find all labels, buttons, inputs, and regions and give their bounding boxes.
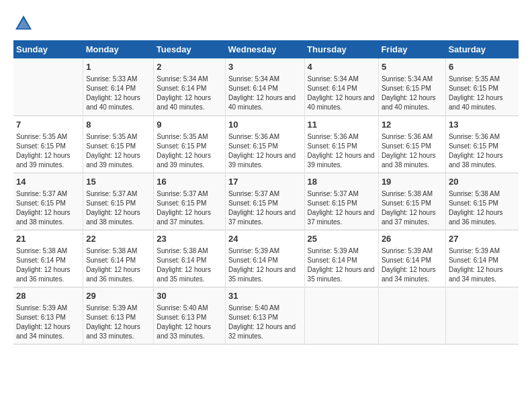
calendar-cell: 11Sunrise: 5:36 AMSunset: 6:15 PMDayligh… bbox=[304, 116, 378, 173]
day-info: Sunrise: 5:36 AMSunset: 6:15 PMDaylight:… bbox=[382, 132, 443, 170]
logo-icon bbox=[13, 13, 34, 34]
calendar-cell: 4Sunrise: 5:34 AMSunset: 6:14 PMDaylight… bbox=[304, 58, 378, 116]
day-number: 23 bbox=[157, 233, 222, 245]
day-number: 29 bbox=[86, 290, 150, 302]
day-number: 30 bbox=[157, 290, 222, 302]
day-info: Sunrise: 5:35 AMSunset: 6:15 PMDaylight:… bbox=[86, 132, 150, 170]
calendar-cell: 26Sunrise: 5:39 AMSunset: 6:14 PMDayligh… bbox=[378, 230, 445, 287]
calendar-cell: 30Sunrise: 5:40 AMSunset: 6:13 PMDayligh… bbox=[154, 287, 226, 345]
week-row-2: 7Sunrise: 5:35 AMSunset: 6:15 PMDaylight… bbox=[13, 116, 519, 173]
calendar-cell: 12Sunrise: 5:36 AMSunset: 6:15 PMDayligh… bbox=[378, 116, 445, 173]
day-info: Sunrise: 5:39 AMSunset: 6:13 PMDaylight:… bbox=[86, 304, 150, 341]
day-header-wednesday: Wednesday bbox=[225, 40, 304, 58]
calendar-cell: 10Sunrise: 5:36 AMSunset: 6:15 PMDayligh… bbox=[225, 116, 304, 173]
day-number: 27 bbox=[449, 233, 516, 245]
calendar-table: SundayMondayTuesdayWednesdayThursdayFrid… bbox=[13, 40, 519, 345]
week-row-4: 21Sunrise: 5:38 AMSunset: 6:14 PMDayligh… bbox=[13, 230, 519, 287]
day-info: Sunrise: 5:34 AMSunset: 6:15 PMDaylight:… bbox=[382, 75, 443, 112]
calendar-cell: 6Sunrise: 5:35 AMSunset: 6:15 PMDaylight… bbox=[445, 58, 519, 116]
day-info: Sunrise: 5:40 AMSunset: 6:13 PMDaylight:… bbox=[228, 304, 302, 341]
calendar-cell: 25Sunrise: 5:39 AMSunset: 6:14 PMDayligh… bbox=[304, 230, 378, 287]
calendar-cell: 21Sunrise: 5:38 AMSunset: 6:14 PMDayligh… bbox=[13, 230, 83, 287]
calendar-cell: 31Sunrise: 5:40 AMSunset: 6:13 PMDayligh… bbox=[225, 287, 304, 345]
day-number: 25 bbox=[308, 233, 375, 245]
week-row-5: 28Sunrise: 5:39 AMSunset: 6:13 PMDayligh… bbox=[13, 287, 519, 345]
day-number: 15 bbox=[86, 176, 150, 188]
day-number: 8 bbox=[86, 119, 150, 131]
day-info: Sunrise: 5:37 AMSunset: 6:15 PMDaylight:… bbox=[308, 189, 375, 227]
calendar-cell bbox=[13, 58, 83, 116]
day-number: 18 bbox=[308, 176, 375, 188]
day-info: Sunrise: 5:35 AMSunset: 6:15 PMDaylight:… bbox=[449, 75, 516, 112]
day-info: Sunrise: 5:39 AMSunset: 6:14 PMDaylight:… bbox=[382, 246, 443, 284]
calendar-cell: 18Sunrise: 5:37 AMSunset: 6:15 PMDayligh… bbox=[304, 173, 378, 230]
day-info: Sunrise: 5:36 AMSunset: 6:15 PMDaylight:… bbox=[228, 132, 302, 170]
calendar-cell: 29Sunrise: 5:39 AMSunset: 6:13 PMDayligh… bbox=[83, 287, 154, 345]
day-number: 21 bbox=[16, 233, 80, 245]
calendar-cell: 17Sunrise: 5:37 AMSunset: 6:15 PMDayligh… bbox=[225, 173, 304, 230]
logo bbox=[13, 13, 36, 34]
day-number: 28 bbox=[16, 290, 80, 302]
day-number: 7 bbox=[16, 119, 80, 131]
day-number: 12 bbox=[382, 119, 443, 131]
day-number: 22 bbox=[86, 233, 150, 245]
calendar-cell: 7Sunrise: 5:35 AMSunset: 6:15 PMDaylight… bbox=[13, 116, 83, 173]
day-info: Sunrise: 5:35 AMSunset: 6:15 PMDaylight:… bbox=[157, 132, 222, 170]
day-number: 11 bbox=[308, 119, 375, 131]
calendar-cell: 1Sunrise: 5:33 AMSunset: 6:14 PMDaylight… bbox=[83, 58, 154, 116]
day-number: 2 bbox=[157, 61, 222, 73]
day-number: 10 bbox=[228, 119, 302, 131]
day-info: Sunrise: 5:33 AMSunset: 6:14 PMDaylight:… bbox=[86, 75, 150, 112]
day-number: 9 bbox=[157, 119, 222, 131]
day-number: 16 bbox=[157, 176, 222, 188]
day-number: 31 bbox=[228, 290, 302, 302]
day-info: Sunrise: 5:40 AMSunset: 6:13 PMDaylight:… bbox=[157, 304, 222, 341]
calendar-cell: 22Sunrise: 5:38 AMSunset: 6:14 PMDayligh… bbox=[83, 230, 154, 287]
day-number: 5 bbox=[382, 61, 443, 73]
calendar-cell: 13Sunrise: 5:36 AMSunset: 6:15 PMDayligh… bbox=[445, 116, 519, 173]
day-info: Sunrise: 5:36 AMSunset: 6:15 PMDaylight:… bbox=[308, 132, 375, 170]
calendar-cell: 20Sunrise: 5:38 AMSunset: 6:15 PMDayligh… bbox=[445, 173, 519, 230]
day-header-monday: Monday bbox=[83, 40, 154, 58]
day-info: Sunrise: 5:35 AMSunset: 6:15 PMDaylight:… bbox=[16, 132, 80, 170]
week-row-3: 14Sunrise: 5:37 AMSunset: 6:15 PMDayligh… bbox=[13, 173, 519, 230]
day-info: Sunrise: 5:38 AMSunset: 6:14 PMDaylight:… bbox=[86, 246, 150, 284]
calendar-cell: 8Sunrise: 5:35 AMSunset: 6:15 PMDaylight… bbox=[83, 116, 154, 173]
day-info: Sunrise: 5:39 AMSunset: 6:14 PMDaylight:… bbox=[308, 246, 375, 284]
day-info: Sunrise: 5:37 AMSunset: 6:15 PMDaylight:… bbox=[157, 189, 222, 227]
week-row-1: 1Sunrise: 5:33 AMSunset: 6:14 PMDaylight… bbox=[13, 58, 519, 116]
day-info: Sunrise: 5:37 AMSunset: 6:15 PMDaylight:… bbox=[228, 189, 302, 227]
day-number: 6 bbox=[449, 61, 516, 73]
calendar-cell: 2Sunrise: 5:34 AMSunset: 6:14 PMDaylight… bbox=[154, 58, 226, 116]
calendar-cell: 24Sunrise: 5:39 AMSunset: 6:14 PMDayligh… bbox=[225, 230, 304, 287]
calendar-cell: 19Sunrise: 5:38 AMSunset: 6:15 PMDayligh… bbox=[378, 173, 445, 230]
day-number: 20 bbox=[449, 176, 516, 188]
day-header-thursday: Thursday bbox=[304, 40, 378, 58]
day-number: 1 bbox=[86, 61, 150, 73]
day-number: 19 bbox=[382, 176, 443, 188]
day-info: Sunrise: 5:38 AMSunset: 6:14 PMDaylight:… bbox=[157, 246, 222, 284]
day-info: Sunrise: 5:38 AMSunset: 6:14 PMDaylight:… bbox=[16, 246, 80, 284]
calendar-cell bbox=[378, 287, 445, 345]
day-info: Sunrise: 5:39 AMSunset: 6:13 PMDaylight:… bbox=[16, 304, 80, 341]
day-info: Sunrise: 5:37 AMSunset: 6:15 PMDaylight:… bbox=[16, 189, 80, 227]
calendar-cell: 14Sunrise: 5:37 AMSunset: 6:15 PMDayligh… bbox=[13, 173, 83, 230]
header-row: SundayMondayTuesdayWednesdayThursdayFrid… bbox=[13, 40, 519, 58]
page-header bbox=[13, 13, 519, 34]
day-number: 4 bbox=[308, 61, 375, 73]
calendar-cell bbox=[445, 287, 519, 345]
day-header-sunday: Sunday bbox=[13, 40, 83, 58]
calendar-cell: 16Sunrise: 5:37 AMSunset: 6:15 PMDayligh… bbox=[154, 173, 226, 230]
day-number: 3 bbox=[228, 61, 302, 73]
day-info: Sunrise: 5:34 AMSunset: 6:14 PMDaylight:… bbox=[228, 75, 302, 112]
calendar-cell: 15Sunrise: 5:37 AMSunset: 6:15 PMDayligh… bbox=[83, 173, 154, 230]
day-number: 17 bbox=[228, 176, 302, 188]
day-info: Sunrise: 5:38 AMSunset: 6:15 PMDaylight:… bbox=[382, 189, 443, 227]
day-number: 13 bbox=[449, 119, 516, 131]
day-info: Sunrise: 5:38 AMSunset: 6:15 PMDaylight:… bbox=[449, 189, 516, 227]
day-number: 26 bbox=[382, 233, 443, 245]
calendar-cell: 3Sunrise: 5:34 AMSunset: 6:14 PMDaylight… bbox=[225, 58, 304, 116]
day-info: Sunrise: 5:34 AMSunset: 6:14 PMDaylight:… bbox=[308, 75, 375, 112]
day-info: Sunrise: 5:39 AMSunset: 6:14 PMDaylight:… bbox=[228, 246, 302, 284]
calendar-cell: 28Sunrise: 5:39 AMSunset: 6:13 PMDayligh… bbox=[13, 287, 83, 345]
